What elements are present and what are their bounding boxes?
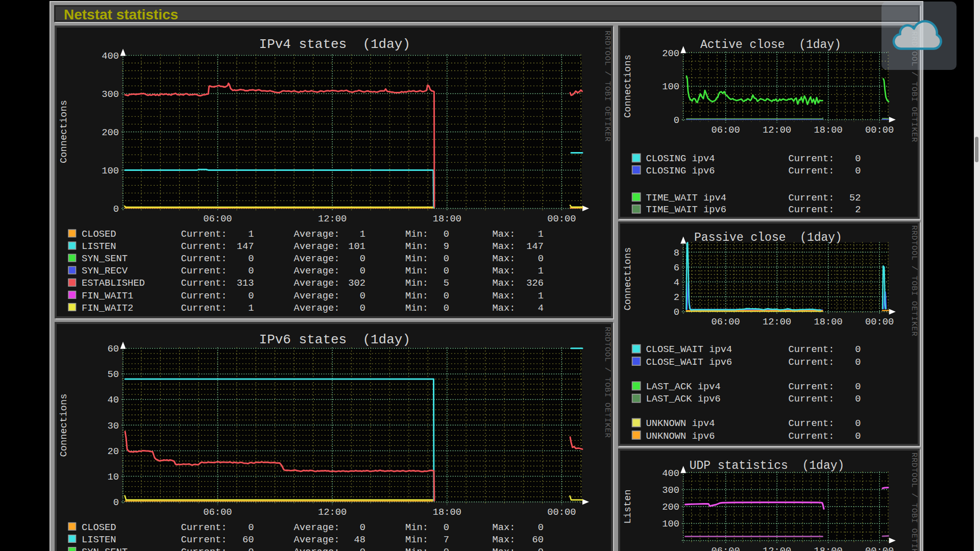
svg-text:Average:: Average:	[294, 534, 340, 545]
svg-text:SYN_SENT: SYN_SENT	[82, 546, 128, 551]
svg-text:0: 0	[113, 497, 119, 508]
svg-text:1: 1	[538, 265, 544, 277]
svg-text:4: 4	[674, 277, 679, 288]
svg-text:SYN_RECV: SYN_RECV	[82, 265, 128, 277]
svg-text:300: 300	[662, 485, 679, 496]
svg-text:Current:: Current:	[181, 253, 227, 264]
svg-text:Current:: Current:	[181, 290, 227, 302]
svg-text:1: 1	[248, 303, 254, 314]
svg-text:Current:: Current:	[181, 521, 227, 533]
svg-text:9: 9	[444, 241, 449, 252]
svg-text:Current:: Current:	[181, 303, 227, 314]
svg-text:200: 200	[102, 127, 119, 138]
svg-text:12:00: 12:00	[318, 507, 347, 518]
svg-text:Min:: Min:	[405, 229, 428, 240]
svg-text:10: 10	[107, 471, 119, 482]
svg-text:Current:: Current:	[789, 153, 835, 164]
svg-text:0: 0	[855, 165, 861, 177]
svg-text:0: 0	[248, 290, 254, 302]
svg-text:Connections: Connections	[58, 100, 69, 163]
svg-text:Max:: Max:	[492, 278, 515, 289]
svg-text:Max:: Max:	[492, 253, 515, 264]
svg-text:Connections: Connections	[58, 393, 69, 457]
svg-text:Current:: Current:	[181, 229, 227, 240]
svg-text:Connections: Connections	[622, 55, 633, 118]
svg-text:Current:: Current:	[789, 165, 835, 177]
svg-text:Current:: Current:	[789, 430, 835, 441]
svg-text:18:00: 18:00	[814, 316, 843, 328]
svg-text:0: 0	[855, 344, 861, 355]
svg-text:0: 0	[855, 381, 861, 392]
svg-text:UDP statistics (1day): UDP statistics (1day)	[690, 459, 845, 472]
svg-text:Average:: Average:	[294, 290, 340, 302]
svg-text:302: 302	[348, 278, 365, 289]
svg-text:0: 0	[444, 303, 449, 314]
svg-text:147: 147	[526, 241, 544, 252]
svg-text:0: 0	[855, 418, 861, 429]
svg-text:20: 20	[107, 445, 119, 457]
svg-text:0: 0	[855, 153, 861, 164]
svg-text:0: 0	[360, 253, 365, 264]
svg-text:7: 7	[444, 534, 449, 545]
svg-text:1: 1	[538, 290, 544, 302]
svg-text:LAST_ACK ipv6: LAST_ACK ipv6	[646, 393, 721, 405]
svg-text:12:00: 12:00	[763, 124, 791, 136]
svg-text:52: 52	[849, 192, 861, 204]
svg-text:Current:: Current:	[789, 192, 835, 204]
svg-text:Average:: Average:	[294, 241, 340, 252]
svg-text:0: 0	[855, 393, 861, 405]
svg-text:0: 0	[360, 546, 365, 551]
svg-text:12:00: 12:00	[763, 545, 791, 551]
svg-text:Average:: Average:	[294, 278, 340, 289]
svg-text:Current:: Current:	[789, 393, 835, 405]
svg-text:0: 0	[360, 290, 365, 302]
svg-text:Min:: Min:	[405, 253, 428, 264]
svg-text:Passive close (1day): Passive close (1day)	[694, 231, 842, 244]
svg-text:300: 300	[102, 89, 119, 100]
svg-text:CLOSING ipv6: CLOSING ipv6	[646, 165, 715, 177]
svg-text:Max:: Max:	[492, 303, 515, 314]
svg-text:06:00: 06:00	[712, 316, 740, 328]
svg-text:0: 0	[360, 265, 365, 277]
svg-text:60: 60	[532, 534, 544, 545]
svg-text:18:00: 18:00	[433, 213, 461, 224]
svg-text:RRDTOOL / TOBI OETIKER: RRDTOOL / TOBI OETIKER	[910, 225, 918, 336]
svg-text:Max:: Max:	[492, 229, 515, 240]
svg-text:Average:: Average:	[294, 253, 340, 264]
svg-text:0: 0	[444, 290, 449, 302]
svg-text:2: 2	[674, 292, 679, 303]
svg-text:0: 0	[538, 253, 544, 264]
svg-text:6: 6	[674, 262, 679, 273]
svg-text:Average:: Average:	[294, 303, 340, 314]
svg-text:Active close (1day): Active close (1day)	[700, 38, 841, 52]
svg-text:12:00: 12:00	[318, 213, 347, 224]
svg-text:FIN_WAIT1: FIN_WAIT1	[82, 290, 133, 302]
svg-text:50: 50	[107, 369, 119, 380]
svg-text:Min:: Min:	[405, 278, 428, 289]
svg-text:Max:: Max:	[492, 521, 515, 533]
svg-text:326: 326	[526, 278, 544, 289]
svg-text:Current:: Current:	[181, 278, 227, 289]
svg-text:0: 0	[538, 521, 544, 533]
svg-text:ESTABLISHED: ESTABLISHED	[82, 278, 145, 289]
svg-text:00:00: 00:00	[547, 213, 576, 224]
svg-text:CLOSED: CLOSED	[82, 521, 116, 533]
svg-text:Current:: Current:	[789, 356, 835, 367]
svg-text:1: 1	[248, 229, 254, 240]
svg-text:313: 313	[237, 278, 254, 289]
svg-text:06:00: 06:00	[712, 545, 740, 551]
svg-text:00:00: 00:00	[865, 545, 894, 551]
svg-text:Current:: Current:	[789, 381, 835, 392]
svg-text:Listen: Listen	[622, 489, 633, 524]
svg-text:Min:: Min:	[405, 265, 428, 277]
svg-text:UNKNOWN ipv6: UNKNOWN ipv6	[646, 430, 715, 441]
svg-text:18:00: 18:00	[814, 545, 843, 551]
svg-text:Average:: Average:	[294, 546, 340, 551]
svg-text:0: 0	[444, 265, 449, 277]
svg-text:Max:: Max:	[492, 265, 515, 277]
svg-text:IPv4 states (1day): IPv4 states (1day)	[259, 37, 410, 52]
svg-text:06:00: 06:00	[203, 213, 232, 224]
svg-text:Average:: Average:	[294, 265, 340, 277]
svg-text:Min:: Min:	[405, 521, 428, 533]
svg-text:CLOSED: CLOSED	[82, 229, 116, 240]
